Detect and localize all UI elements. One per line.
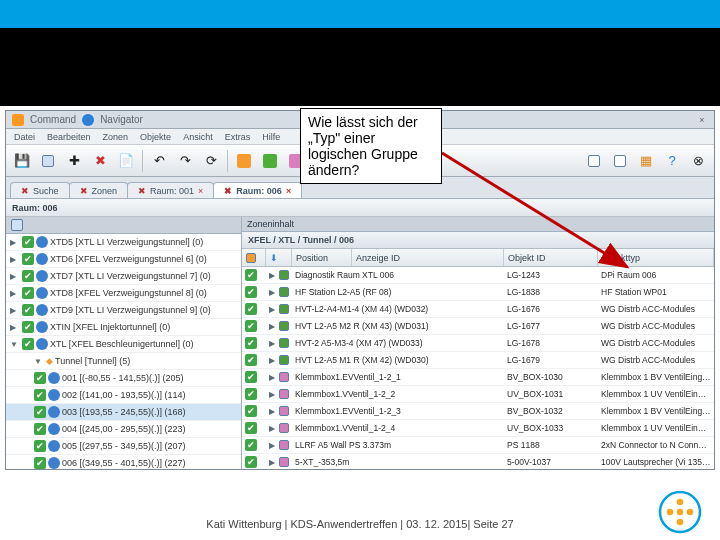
tab-raum-006[interactable]: ✖Raum: 006× bbox=[213, 182, 302, 198]
tree-label: XTD8 [XFEL Verzweigungstunnel 8] (0) bbox=[50, 288, 207, 298]
tree-child[interactable]: ✔001 [(-80,55 - 141,55)(.)] (205) bbox=[6, 370, 241, 387]
tree-row[interactable]: ▶✔XTD7 [XTL LI Verzweigungstunnel 7] (0) bbox=[6, 268, 241, 285]
tree-row[interactable]: ▶✔XTD6 [XFEL Verzweigungstunnel 6] (0) bbox=[6, 251, 241, 268]
expand-icon[interactable]: ▶ bbox=[269, 305, 279, 314]
cell-objektid: LG-1838 bbox=[504, 287, 598, 297]
tab-raum-001[interactable]: ✖Raum: 001× bbox=[127, 182, 214, 198]
menu-objekte[interactable]: Objekte bbox=[140, 132, 171, 142]
tool-blank1-icon[interactable] bbox=[582, 149, 606, 173]
tool-doc-icon[interactable]: 📄 bbox=[114, 149, 138, 173]
titlebar-close-icon[interactable]: × bbox=[696, 114, 708, 126]
expand-icon[interactable]: ▶ bbox=[10, 255, 20, 264]
tool-blank2-icon[interactable] bbox=[608, 149, 632, 173]
tool-grid-icon[interactable]: ▦ bbox=[634, 149, 658, 173]
hdr-objektid[interactable]: Objekt ID bbox=[504, 249, 598, 266]
collapse-icon[interactable]: ▼ bbox=[10, 340, 20, 349]
shield-icon: ✔ bbox=[22, 287, 34, 299]
tree-child[interactable]: ✔006 [(349,55 - 401,55)(.)] (227) bbox=[6, 455, 241, 469]
tree-row[interactable]: ▶✔XTD5 [XTL LI Verzweigungstunnel] (0) bbox=[6, 234, 241, 251]
collapse-icon[interactable]: ▼ bbox=[34, 357, 44, 366]
tree-row[interactable]: ▶✔XTD8 [XFEL Verzweigungstunnel 8] (0) bbox=[6, 285, 241, 302]
expand-icon[interactable]: ▶ bbox=[269, 288, 279, 297]
tool-new-icon[interactable]: ✚ bbox=[62, 149, 86, 173]
menu-bearbeiten[interactable]: Bearbeiten bbox=[47, 132, 91, 142]
expand-icon[interactable]: ▶ bbox=[269, 424, 279, 433]
cell-objekttyp: Klemmbox 1 BV VentilEingang bbox=[598, 406, 714, 416]
hdr-anzeige[interactable]: Anzeige ID bbox=[352, 249, 504, 266]
tree-child-header[interactable]: ▼◆Tunnel [Tunnel] (5) bbox=[6, 353, 241, 370]
tool-delete-icon[interactable]: ✖ bbox=[88, 149, 112, 173]
expand-icon[interactable]: ▶ bbox=[269, 339, 279, 348]
expand-icon[interactable]: ▶ bbox=[10, 289, 20, 298]
expand-icon[interactable]: ▶ bbox=[10, 238, 20, 247]
tool-refresh-icon[interactable]: ⟳ bbox=[199, 149, 223, 173]
tool-green-icon[interactable] bbox=[258, 149, 282, 173]
type-icon bbox=[48, 457, 60, 469]
expand-icon[interactable]: ▶ bbox=[269, 373, 279, 382]
tab-label: Raum: 006 bbox=[236, 186, 282, 196]
menu-zonen[interactable]: Zonen bbox=[103, 132, 129, 142]
menu-datei[interactable]: Datei bbox=[14, 132, 35, 142]
tool-save-icon[interactable]: 💾 bbox=[10, 149, 34, 173]
tool-undo-icon[interactable]: ↶ bbox=[147, 149, 171, 173]
expand-icon[interactable]: ▶ bbox=[269, 390, 279, 399]
expand-icon[interactable]: ▶ bbox=[269, 441, 279, 450]
grid-row[interactable]: ✔▶Klemmbox1.EVVentil_1-2_3BV_BOX-1032Kle… bbox=[242, 403, 714, 420]
tool-zone-icon[interactable] bbox=[36, 149, 60, 173]
expand-icon[interactable]: ▶ bbox=[269, 407, 279, 416]
expand-icon[interactable]: ▶ bbox=[10, 323, 20, 332]
menu-extras[interactable]: Extras bbox=[225, 132, 251, 142]
grid-row[interactable]: ✔▶Klemmbox1.EVVentil_1-2_1BV_BOX-1030Kle… bbox=[242, 369, 714, 386]
grid-row[interactable]: ✔▶Diagnostik Raum XTL 006LG-1243DPi Raum… bbox=[242, 267, 714, 284]
cell-objekttyp: WG Distrb ACC-Modules bbox=[598, 355, 714, 365]
tree-child[interactable]: ✔002 [(141,00 - 193,55)(.)] (114) bbox=[6, 387, 241, 404]
cell-anzeige: Diagnostik Raum XTL 006 bbox=[292, 270, 504, 280]
footer-text: Kati Wittenburg | KDS-Anwendertreffen | … bbox=[206, 518, 513, 530]
crumb-text: XFEL / XTL / Tunnel / 006 bbox=[248, 235, 354, 245]
tool-close2-icon[interactable]: ⊗ bbox=[686, 149, 710, 173]
grid-row[interactable]: ✔▶LLRF A5 Wall PS 3.373mPS 11882xN Conne… bbox=[242, 437, 714, 454]
tree-row[interactable]: ▼✔XTL [XFEL Beschleunigertunnel] (0) bbox=[6, 336, 241, 353]
tab-suche[interactable]: ✖Suche bbox=[10, 182, 70, 198]
grid-row[interactable]: ✔▶HVT L2-A5 M2 R (XM 43) (WD031)LG-1677W… bbox=[242, 318, 714, 335]
grid-row[interactable]: ✔▶Klemmbox1.VVentil_1-2_4UV_BOX-1033Klem… bbox=[242, 420, 714, 437]
tab-zonen[interactable]: ✖Zonen bbox=[69, 182, 129, 198]
command-icon bbox=[12, 114, 24, 126]
cell-objektid: BV_BOX-1030 bbox=[504, 372, 598, 382]
expand-icon[interactable]: ▶ bbox=[269, 356, 279, 365]
tree-child[interactable]: ✔004 [(245,00 - 295,55)(.)] (223) bbox=[6, 421, 241, 438]
tree-row[interactable]: ▶✔XTIN [XFEL Injektortunnel] (0) bbox=[6, 319, 241, 336]
hdr-objekttyp[interactable]: Objekttyp bbox=[598, 249, 714, 266]
grid-row[interactable]: ✔▶HVT-L2-A4-M1-4 (XM 44) (WD032)LG-1676W… bbox=[242, 301, 714, 318]
shield-icon: ✔ bbox=[245, 371, 257, 383]
shield-icon: ✔ bbox=[245, 286, 257, 298]
shield-icon: ✔ bbox=[34, 457, 46, 469]
tool-redo-icon[interactable]: ↷ bbox=[173, 149, 197, 173]
grid-row[interactable]: ✔▶HVT-2 A5-M3-4 (XM 47) (WD033)LG-1678WG… bbox=[242, 335, 714, 352]
cell-objektid: LG-1677 bbox=[504, 321, 598, 331]
type-icon bbox=[36, 236, 48, 248]
hdr-icon2: ⬇ bbox=[270, 253, 278, 263]
grid-row[interactable]: ✔▶HF Station L2-A5 (RF 08)LG-1838HF Stat… bbox=[242, 284, 714, 301]
expand-icon[interactable]: ▶ bbox=[10, 272, 20, 281]
tree-label: 005 [(297,55 - 349,55)(.)] (207) bbox=[62, 441, 186, 451]
menu-hilfe[interactable]: Hilfe bbox=[262, 132, 280, 142]
tool-orange-icon[interactable] bbox=[232, 149, 256, 173]
tree-row[interactable]: ▶✔XTD9 [XTL LI Verzweigungstunnel 9] (0) bbox=[6, 302, 241, 319]
expand-icon[interactable]: ▶ bbox=[269, 458, 279, 467]
tree-child[interactable]: ✔005 [(297,55 - 349,55)(.)] (207) bbox=[6, 438, 241, 455]
expand-icon[interactable]: ▶ bbox=[269, 271, 279, 280]
expand-icon[interactable]: ▶ bbox=[269, 322, 279, 331]
grid-row[interactable]: ✔▶Klemmbox1.VVentil_1-2_2UV_BOX-1031Klem… bbox=[242, 386, 714, 403]
cell-anzeige: Klemmbox1.EVVentil_1-2_3 bbox=[292, 406, 504, 416]
svg-point-4 bbox=[677, 519, 684, 526]
tool-help-icon[interactable]: ? bbox=[660, 149, 684, 173]
type-icon bbox=[48, 389, 60, 401]
svg-point-3 bbox=[677, 499, 684, 506]
tree-child[interactable]: ✔003 [(193,55 - 245,55)(.)] (168) bbox=[6, 404, 241, 421]
expand-icon[interactable]: ▶ bbox=[10, 306, 20, 315]
grid-row[interactable]: ✔▶5-XT_-353,5m5-00V-1037100V Lautspreche… bbox=[242, 454, 714, 469]
hdr-position[interactable]: Position bbox=[292, 249, 352, 266]
grid-row[interactable]: ✔▶HVT L2-A5 M1 R (XM 42) (WD030)LG-1679W… bbox=[242, 352, 714, 369]
menu-ansicht[interactable]: Ansicht bbox=[183, 132, 213, 142]
